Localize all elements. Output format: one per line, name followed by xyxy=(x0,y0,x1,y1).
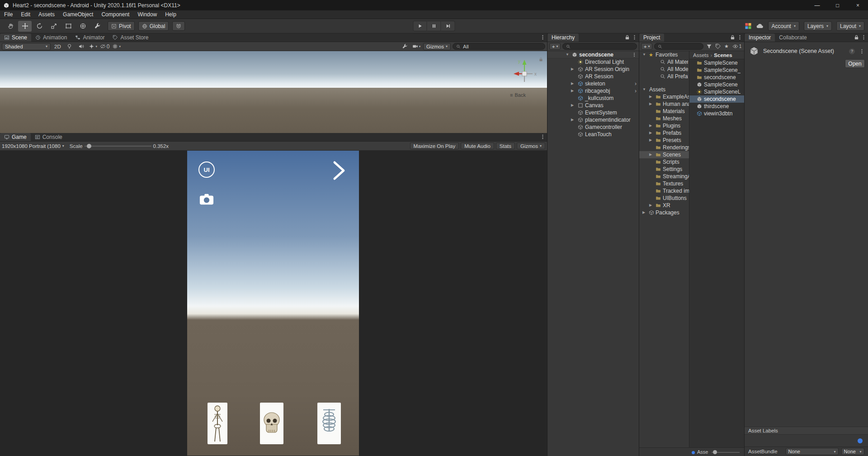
tab-animation[interactable]: Animation xyxy=(31,33,71,42)
panel-menu-icon[interactable] xyxy=(632,34,637,40)
folder-plugins[interactable]: ▶ Plugins xyxy=(639,122,689,129)
slider-handle[interactable] xyxy=(87,144,91,148)
custom-tool-button[interactable] xyxy=(90,21,104,32)
hierarchy-item-ar-session[interactable]: AR Session xyxy=(547,73,639,80)
folder-materials[interactable]: Materials xyxy=(639,108,689,115)
editor-tools-icon[interactable] xyxy=(400,43,410,50)
scale-tool-button[interactable] xyxy=(47,21,61,32)
folder-scenes[interactable]: ▶ Scenes xyxy=(639,151,689,158)
expand-arrow-icon[interactable]: ▶ xyxy=(649,122,652,129)
hierarchy-search-input[interactable] xyxy=(562,43,637,50)
hidden-objects-icon[interactable]: 0 xyxy=(100,43,110,50)
project-search-input[interactable] xyxy=(654,43,703,50)
menu-window[interactable]: Window xyxy=(133,10,161,19)
open-scene-button[interactable]: Open xyxy=(845,59,865,68)
panel-menu-icon[interactable] xyxy=(540,34,546,40)
tab-collaborate[interactable]: Collaborate xyxy=(775,33,811,42)
file-samplescene-scene[interactable]: SampleScene xyxy=(689,81,744,88)
menu-edit[interactable]: Edit xyxy=(17,10,34,19)
move-tool-button[interactable] xyxy=(18,21,32,32)
layout-dropdown[interactable]: Layout▾ xyxy=(836,21,864,31)
folder-prefabs[interactable]: ▶ Prefabs xyxy=(639,129,689,137)
transform-tool-button[interactable] xyxy=(76,21,90,32)
hierarchy-item-eventsystem[interactable]: EventSystem xyxy=(547,109,639,116)
create-asset-button[interactable]: +▾ xyxy=(641,43,652,50)
expand-arrow-icon[interactable]: ▶ xyxy=(649,129,652,137)
help-icon[interactable]: ? xyxy=(849,48,855,54)
folder-scripts[interactable]: Scripts xyxy=(639,158,689,166)
app-next-arrow-button[interactable] xyxy=(329,160,349,181)
lock-icon[interactable] xyxy=(730,34,736,40)
app-card-skull[interactable] xyxy=(260,403,283,444)
assetbundle-dropdown[interactable]: None▾ xyxy=(786,448,839,455)
hierarchy-item-gamecontroller[interactable]: Gamecontroller xyxy=(547,124,639,131)
app-ui-button[interactable]: UI xyxy=(198,162,215,178)
slider-handle[interactable] xyxy=(713,450,717,454)
scene-viewport[interactable]: y x ≡ Back xyxy=(0,51,547,133)
folder-streamingassets[interactable]: StreamingA xyxy=(639,173,689,180)
game-viewport[interactable]: UI xyxy=(0,151,547,456)
save-search-icon[interactable]: ★ xyxy=(723,43,730,50)
file-samplescene-lighting[interactable]: SampleSceneL xyxy=(689,88,744,95)
folder-meshes[interactable]: Meshes xyxy=(639,115,689,122)
pivot-toggle-button[interactable]: Pivot xyxy=(108,21,135,31)
panel-menu-icon[interactable] xyxy=(540,134,546,140)
header-menu-icon[interactable] xyxy=(859,48,865,54)
2d-toggle-button[interactable]: 2D xyxy=(52,44,63,49)
hierarchy-item-canvas[interactable]: ▶ Canvas xyxy=(547,102,639,109)
assetbundle-variant-dropdown[interactable]: None▾ xyxy=(841,448,864,455)
menu-file[interactable]: File xyxy=(0,10,17,19)
global-toggle-button[interactable]: Global xyxy=(138,21,169,31)
tab-animator[interactable]: Animator xyxy=(71,33,108,42)
prefab-open-arrow-icon[interactable]: › xyxy=(635,80,637,87)
pause-button[interactable] xyxy=(427,21,441,31)
grid-visibility-dropdown-icon[interactable]: ▾ xyxy=(112,43,122,50)
expand-arrow-icon[interactable]: ▶ xyxy=(649,93,652,100)
stats-button[interactable]: Stats xyxy=(496,142,515,149)
scene-options-icon[interactable] xyxy=(632,52,637,57)
account-dropdown[interactable]: Account▾ xyxy=(768,21,799,31)
menu-assets[interactable]: Assets xyxy=(34,10,59,19)
tab-project[interactable]: Project xyxy=(639,33,664,42)
hierarchy-item-ar-session-origin[interactable]: ▶ AR Session Origin xyxy=(547,66,639,73)
scene-lighting-toggle-icon[interactable] xyxy=(65,43,75,50)
hierarchy-item-directional-light[interactable]: Directional Light xyxy=(547,58,639,66)
view-orientation-label[interactable]: ≡ Back xyxy=(510,92,526,98)
expand-arrow-icon[interactable]: ▶ xyxy=(649,151,652,158)
maximize-on-play-button[interactable]: Maximize On Play xyxy=(410,142,459,149)
search-by-label-icon[interactable] xyxy=(714,43,722,50)
scene-camera-dropdown-icon[interactable]: ▾ xyxy=(411,43,421,50)
hierarchy-item-ribcageobj[interactable]: ▶ ribcageobj › xyxy=(547,87,639,95)
asset-labels-header[interactable]: Asset Labels xyxy=(745,427,868,435)
game-gizmos-dropdown[interactable]: Gizmos▾ xyxy=(517,142,545,149)
hierarchy-item-leantouch[interactable]: LeanTouch xyxy=(547,131,639,138)
collapse-arrow-icon[interactable]: ▼ xyxy=(642,86,646,93)
folder-exampleassets[interactable]: ▶ ExampleAs xyxy=(639,93,689,100)
file-thirdscene-scene[interactable]: thirdscene xyxy=(689,103,744,110)
cloud-icon[interactable] xyxy=(756,23,764,29)
favorite-all-models[interactable]: All Models xyxy=(639,66,689,73)
favorite-all-prefabs[interactable]: All Prefabs xyxy=(639,73,689,80)
close-button[interactable]: × xyxy=(848,0,868,10)
tab-hierarchy[interactable]: Hierarchy xyxy=(547,33,579,42)
expand-arrow-icon[interactable]: ▶ xyxy=(571,66,574,73)
panel-menu-icon[interactable] xyxy=(861,34,867,40)
packages-root-row[interactable]: ▶ Packages xyxy=(639,209,689,216)
create-object-button[interactable]: +▾ xyxy=(549,43,561,50)
breadcrumb-assets[interactable]: Assets xyxy=(693,52,709,58)
folder-human-anatomy[interactable]: ▶ Human ana xyxy=(639,100,689,108)
file-secondscene-folder[interactable]: secondscene xyxy=(689,74,744,81)
scene-effects-dropdown-icon[interactable]: ▾ xyxy=(88,43,98,50)
rotate-tool-button[interactable] xyxy=(33,21,46,32)
add-label-icon[interactable] xyxy=(858,438,863,443)
menu-help[interactable]: Help xyxy=(161,10,180,19)
app-camera-button[interactable] xyxy=(199,193,214,205)
app-card-skeleton[interactable] xyxy=(208,403,227,444)
hierarchy-item-skeleton[interactable]: ▶ skeleton › xyxy=(547,80,639,87)
pan-tool-button[interactable] xyxy=(4,21,17,32)
tab-game[interactable]: Game xyxy=(0,133,31,141)
lock-icon[interactable] xyxy=(624,34,630,40)
tab-inspector[interactable]: Inspector xyxy=(745,33,775,42)
tab-asset-store[interactable]: Asset Store xyxy=(108,33,152,42)
step-button[interactable] xyxy=(441,21,455,31)
